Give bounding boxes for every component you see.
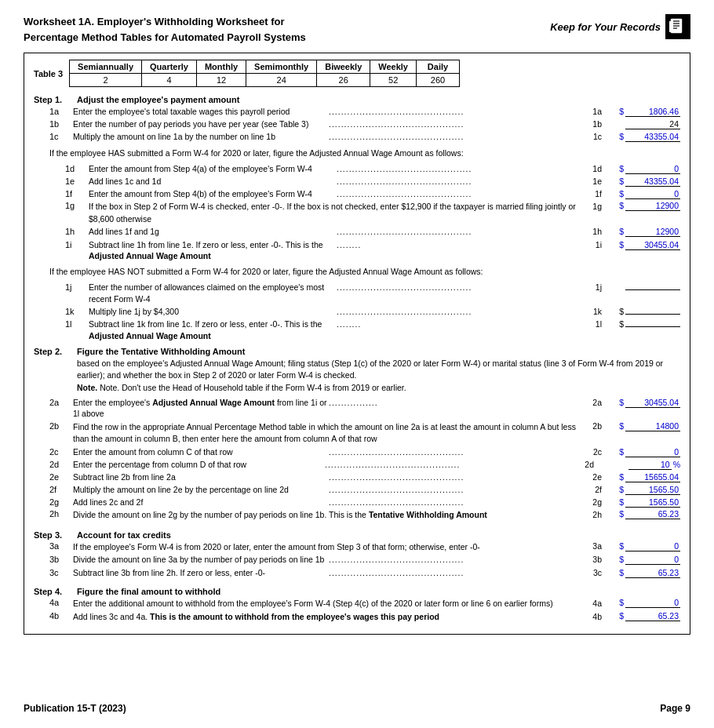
line-1h-ref: 1h bbox=[585, 227, 602, 236]
line-2g-value: 1565.50 bbox=[625, 497, 680, 508]
line-3c-text: Subtract line 3b from line 2h. If zero o… bbox=[73, 567, 327, 579]
line-2e-id: 2e bbox=[49, 472, 73, 482]
line-4a-row: 4a Enter the additional amount to withho… bbox=[34, 598, 680, 610]
line-2c-dots: ........................................… bbox=[327, 447, 585, 457]
line-2g-row: 2g Add lines 2c and 2f .................… bbox=[34, 497, 680, 508]
line-3c-value: 65.23 bbox=[625, 568, 680, 578]
line-1c-value: 43355.04 bbox=[625, 132, 680, 142]
line-1l-ref: 1l bbox=[585, 319, 602, 329]
line-1a-row: 1a Enter the employee's total taxable wa… bbox=[34, 106, 680, 118]
line-2f-row: 2f Multiply the amount on line 2e by the… bbox=[34, 484, 680, 496]
line-1i-text: Subtract line 1h from line 1e. If zero o… bbox=[89, 239, 335, 262]
line-1d-value-wrap: $ 0 bbox=[602, 164, 680, 174]
line-1h-value-wrap: $ 12900 bbox=[602, 227, 680, 237]
line-2a-row: 2a Enter the employee's Adjusted Annual … bbox=[34, 397, 680, 420]
line-3c-dots: ........................................… bbox=[327, 568, 585, 577]
line-4a-value-wrap: $ 0 bbox=[602, 598, 680, 608]
line-1c-value-wrap: $ 43355.04 bbox=[602, 132, 680, 142]
line-1l-id: 1l bbox=[65, 319, 89, 329]
line-1b-text: Enter the number of pay periods you have… bbox=[73, 118, 327, 130]
line-2b-value-wrap: $ 14800 bbox=[602, 421, 680, 431]
line-3b-text: Divide the amount on line 3a by the numb… bbox=[73, 554, 327, 566]
line-1i-value: 30455.04 bbox=[625, 240, 680, 250]
line-1b-ref: 1b bbox=[585, 119, 602, 129]
header-title: Worksheet 1A. Employer's Withholding Wor… bbox=[24, 14, 306, 45]
line-2c-ref: 2c bbox=[585, 447, 602, 457]
line-1l-row: 1l Subtract line 1k from line 1c. If zer… bbox=[34, 318, 680, 341]
line-2d-id: 2d bbox=[49, 460, 73, 469]
line-2g-text: Add lines 2c and 2f bbox=[73, 497, 327, 508]
line-2c-row: 2c Enter the amount from column C of tha… bbox=[34, 446, 680, 458]
line-3b-id: 3b bbox=[49, 555, 73, 564]
line-1j-row: 1j Enter the number of allowances claime… bbox=[34, 282, 680, 304]
line-1k-value-wrap: $ bbox=[602, 307, 680, 316]
line-2d-row: 2d Enter the percentage from column D of… bbox=[34, 459, 680, 471]
line-1c-dots: ........................................… bbox=[327, 132, 585, 141]
line-3a-text: If the employee's Form W-4 is from 2020 … bbox=[73, 541, 585, 553]
line-1a-ref: 1a bbox=[585, 107, 602, 116]
line-1a-id: 1a bbox=[49, 107, 73, 116]
line-2d-value: 10 bbox=[628, 460, 672, 470]
line-1k-ref: 1k bbox=[585, 307, 602, 316]
line-2d-text: Enter the percentage from column D of th… bbox=[73, 459, 323, 471]
line-1l-text: Subtract line 1k from line 1c. If zero o… bbox=[89, 318, 335, 341]
col-semimonthly: Semimonthly bbox=[246, 60, 317, 74]
step3-title: Account for tax credits bbox=[77, 530, 171, 540]
line-3b-value-wrap: $ 0 bbox=[602, 555, 680, 565]
line-1j-dots: ........................................… bbox=[335, 282, 585, 292]
val-weekly: 52 bbox=[370, 74, 417, 87]
line-1k-value bbox=[625, 314, 680, 315]
line-3b-ref: 3b bbox=[585, 555, 602, 564]
line-2c-value: 0 bbox=[625, 447, 680, 457]
line-2h-text: Divide the amount on line 2g by the numb… bbox=[73, 509, 585, 521]
step4-section: Step 4. Figure the final amount to withh… bbox=[34, 587, 680, 623]
line-1j-id: 1j bbox=[65, 282, 89, 292]
step2-label: Step 2. bbox=[34, 347, 77, 356]
line-4a-value: 0 bbox=[625, 598, 680, 608]
line-3c-value-wrap: $ 65.23 bbox=[602, 568, 680, 578]
line-2f-text: Multiply the amount on line 2e by the pe… bbox=[73, 484, 327, 496]
line-4b-ref: 4b bbox=[585, 612, 602, 621]
line-3c-id: 3c bbox=[49, 568, 73, 577]
line-2f-id: 2f bbox=[49, 485, 73, 494]
line-1h-value: 12900 bbox=[625, 227, 680, 237]
line-2e-value-wrap: $ 15655.04 bbox=[602, 472, 680, 482]
footer-left: Publication 15-T (2023) bbox=[24, 703, 126, 714]
line-2a-text: Enter the employee's Adjusted Annual Wag… bbox=[73, 397, 327, 420]
line-2h-value: 65.23 bbox=[625, 509, 680, 519]
line-1h-id: 1h bbox=[65, 227, 89, 236]
line-1a-dots: ........................................… bbox=[327, 107, 585, 116]
title-line1: Worksheet 1A. Employer's Withholding Wor… bbox=[24, 16, 285, 27]
line-1i-ref: 1i bbox=[585, 240, 602, 249]
page: Worksheet 1A. Employer's Withholding Wor… bbox=[0, 0, 714, 728]
line-2a-dots: ................ bbox=[327, 398, 585, 407]
page-footer: Publication 15-T (2023) Page 9 bbox=[24, 703, 690, 714]
line-1f-dots: ........................................… bbox=[335, 189, 585, 198]
line-2b-ref: 2b bbox=[585, 421, 602, 431]
line-2a-value: 30455.04 bbox=[625, 398, 680, 408]
line-2h-row: 2h Divide the amount on line 2g by the n… bbox=[34, 509, 680, 521]
line-1b-value: 24 bbox=[625, 119, 680, 129]
line-2d-ref: 2d bbox=[577, 460, 594, 469]
step4-label: Step 4. bbox=[34, 587, 77, 596]
line-1b-row: 1b Enter the number of pay periods you h… bbox=[34, 118, 680, 130]
line-2f-ref: 2f bbox=[585, 485, 602, 494]
line-1f-id: 1f bbox=[65, 189, 89, 198]
line-1e-row: 1e Add lines 1c and 1d .................… bbox=[34, 176, 680, 187]
line-1e-value: 43355.04 bbox=[625, 177, 680, 187]
line-1j-value-wrap bbox=[602, 282, 680, 292]
line-1l-value-wrap: $ bbox=[602, 319, 680, 329]
line-4b-text: Add lines 3c and 4a. This is the amount … bbox=[73, 611, 585, 623]
line-2b-row: 2b Find the row in the appropriate Annua… bbox=[34, 421, 680, 445]
val-semiannually: 2 bbox=[70, 74, 142, 87]
header-right: Keep for Your Records bbox=[550, 14, 690, 39]
line-1d-id: 1d bbox=[65, 164, 89, 173]
line-3a-id: 3a bbox=[49, 541, 73, 551]
line-4b-id: 4b bbox=[49, 611, 73, 621]
line-2g-id: 2g bbox=[49, 497, 73, 507]
line-1k-dots: ........................................… bbox=[335, 307, 585, 316]
step4-title: Figure the final amount to withhold bbox=[77, 587, 220, 596]
keep-records-text: Keep for Your Records bbox=[550, 21, 661, 33]
line-3a-value: 0 bbox=[625, 541, 680, 551]
line-2a-id: 2a bbox=[49, 398, 73, 407]
